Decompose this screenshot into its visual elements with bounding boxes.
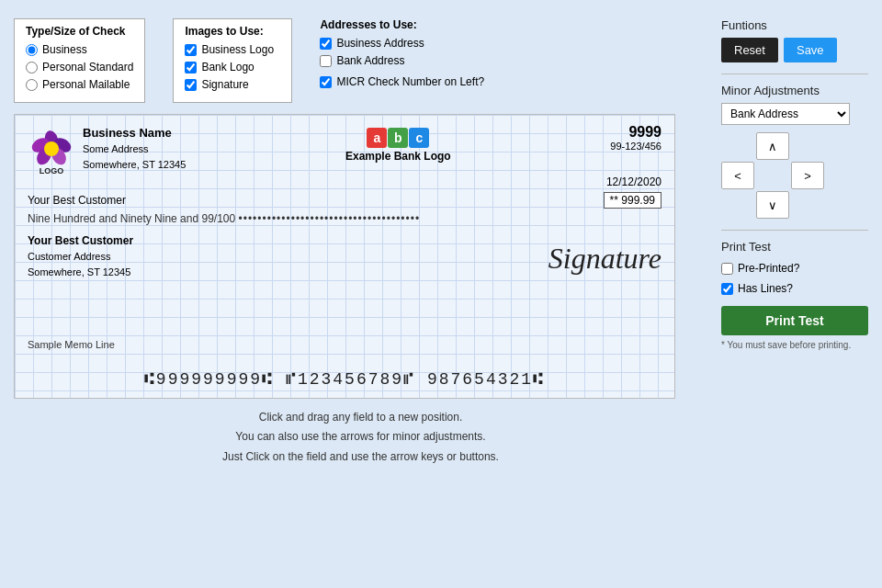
signature-area[interactable]: Signature [548, 242, 662, 276]
pay-to-value[interactable]: Your Best Customer [28, 194, 138, 207]
check-preview: LOGO Business Name Some Address Somewher… [14, 114, 675, 399]
pay-to-row: Your Best Customer ** 999.99 [28, 192, 662, 209]
instruction-1: Click and drag any field to a new positi… [14, 408, 707, 428]
print-test-label: Print Test [721, 240, 868, 254]
checkbox-micr-input[interactable] [320, 76, 332, 88]
checkbox-bank-address-input[interactable] [320, 55, 332, 67]
type-size-group: Type/Size of Check Business Personal Sta… [14, 18, 145, 103]
check-number-section[interactable]: 9999 99-123/456 [610, 124, 662, 152]
bank-logo-label: Example Bank Logo [345, 150, 451, 163]
abc-c: c [409, 128, 429, 148]
save-note: * You must save before printing. [721, 340, 868, 350]
checkbox-signature[interactable]: Signature [185, 76, 280, 94]
print-test-section: Print Test Pre-Printed? Has Lines? Print… [721, 240, 868, 350]
pre-printed-label[interactable]: Pre-Printed? [721, 259, 868, 279]
print-test-button[interactable]: Print Test [721, 306, 868, 335]
addresses-group: Addresses to Use: Business Address Bank … [320, 18, 484, 88]
customer-address1: Customer Address [28, 249, 133, 265]
images-title: Images to Use: [185, 25, 280, 38]
business-address2[interactable]: Somewhere, ST 12345 [83, 157, 186, 173]
micr-option: MICR Check Number on Left? [320, 75, 484, 88]
business-address1[interactable]: Some Address [83, 141, 186, 157]
checkbox-business-logo-input[interactable] [185, 44, 197, 56]
amount-box[interactable]: ** 999.99 [604, 192, 662, 209]
images-group: Images to Use: Business Logo Bank Logo S… [173, 18, 292, 103]
check-date[interactable]: 12/12/2020 [606, 175, 662, 188]
customer-name: Your Best Customer [28, 232, 133, 249]
type-size-title: Type/Size of Check [26, 25, 133, 38]
arrow-right-button[interactable]: > [791, 162, 824, 189]
checkbox-signature-input[interactable] [185, 79, 197, 91]
check-logo-section[interactable]: LOGO Business Name Some Address Somewher… [28, 124, 186, 173]
arrow-up-button[interactable]: ∧ [756, 132, 789, 160]
save-button[interactable]: Save [784, 38, 837, 62]
lower-section: Your Best Customer Customer Address Some… [28, 232, 662, 279]
signature-text: Signature [548, 242, 662, 276]
arrow-pad: ∧ < > ∨ [721, 132, 822, 219]
business-info: Business Name Some Address Somewhere, ST… [83, 124, 186, 173]
svg-point-5 [44, 141, 59, 156]
btn-row: Reset Save [721, 38, 868, 62]
minor-adj-select[interactable]: Bank Address Business Name Business Addr… [721, 103, 850, 125]
reset-button[interactable]: Reset [721, 38, 778, 62]
checkbox-business-logo[interactable]: Business Logo [185, 41, 280, 59]
memo-line[interactable]: Sample Memo Line [28, 339, 115, 350]
functions-label: Funtions [721, 18, 868, 32]
arrow-down-button[interactable]: ∨ [756, 191, 789, 219]
checkbox-bank-address[interactable]: Bank Address [320, 52, 484, 70]
instruction-2: You can also use the arrows for minor ad… [14, 427, 707, 447]
instructions: Click and drag any field to a new positi… [14, 408, 707, 468]
divider-2 [721, 230, 868, 231]
check-number: 9999 [610, 124, 662, 141]
customer-address2: Somewhere, ST 12345 [28, 265, 133, 280]
instruction-3: Just Click on the field and use the arro… [14, 447, 707, 468]
checkbox-bank-logo[interactable]: Bank Logo [185, 59, 280, 76]
functions-section: Funtions Reset Save [721, 18, 868, 62]
check-date-row: 12/12/2020 [28, 175, 662, 188]
radio-business-input[interactable] [26, 44, 38, 56]
business-logo: LOGO [28, 129, 75, 167]
addresses-title: Addresses to Use: [320, 18, 484, 31]
checkbox-business-address[interactable]: Business Address [320, 35, 484, 52]
abc-a: a [367, 128, 387, 148]
micr-line[interactable]: ⑆999999999⑆ ⑈123456789⑈ 987654321⑆ [15, 370, 674, 389]
written-amount[interactable]: Nine Hundred and Ninety Nine and 99/100 … [28, 212, 662, 225]
has-lines-checkbox[interactable] [721, 283, 733, 295]
minor-adj-label: Minor Adjustments [721, 84, 868, 97]
checkbox-business-address-input[interactable] [320, 38, 332, 50]
checkbox-bank-logo-input[interactable] [185, 62, 197, 74]
abc-b: b [388, 128, 408, 148]
business-name[interactable]: Business Name [83, 124, 186, 142]
routing-fraction: 99-123/456 [610, 141, 662, 152]
bank-logo-section[interactable]: a b c Example Bank Logo [345, 128, 451, 163]
customer-address-section[interactable]: Your Best Customer Customer Address Some… [28, 232, 133, 279]
written-amount-row: Nine Hundred and Ninety Nine and 99/100 … [28, 212, 662, 225]
radio-personal-standard-input[interactable] [26, 62, 38, 74]
arrow-left-button[interactable]: < [721, 162, 754, 189]
dots: •••••••••••••••••••••••••••••••••••••• [239, 212, 421, 225]
pre-printed-checkbox[interactable] [721, 263, 733, 275]
radio-personal-mailable-input[interactable] [26, 79, 38, 91]
radio-personal-mailable[interactable]: Personal Mailable [26, 76, 133, 94]
logo-text: LOGO [40, 166, 64, 175]
radio-personal-standard[interactable]: Personal Standard [26, 59, 133, 76]
minor-adjustments-section: Minor Adjustments Bank Address Business … [721, 84, 868, 219]
amount-value: ** 999.99 [610, 194, 655, 207]
divider-1 [721, 74, 868, 74]
has-lines-label[interactable]: Has Lines? [721, 279, 868, 300]
abc-logo: a b c [367, 128, 429, 148]
radio-business[interactable]: Business [26, 41, 133, 59]
